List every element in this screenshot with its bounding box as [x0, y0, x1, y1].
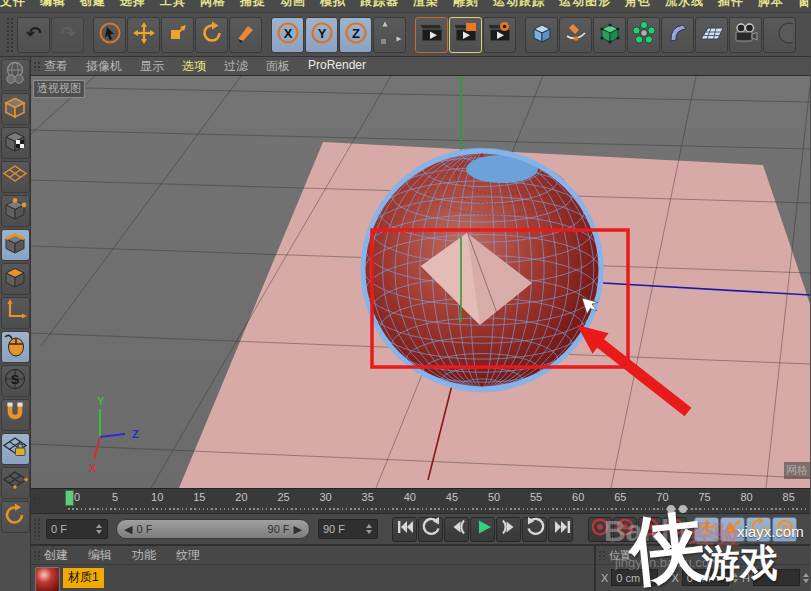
coordinate-stepper[interactable] [803, 573, 810, 583]
workplane-mode-button[interactable] [1, 161, 30, 193]
view-label[interactable]: 透视视图 [33, 80, 85, 98]
model-mode-button[interactable] [1, 93, 30, 125]
rotate-button[interactable] [195, 17, 228, 53]
points-mode-button[interactable] [1, 195, 30, 227]
coordinates-drag-handle[interactable] [598, 550, 607, 560]
transport-drag-handle[interactable] [33, 518, 42, 540]
coordinates-panel: 位置 X0 cmX0 cmH [594, 546, 810, 591]
coordinate-value-field[interactable] [753, 569, 800, 586]
play-button[interactable] [470, 517, 495, 542]
viewport-menu-1[interactable]: 查看 [44, 58, 68, 75]
coordinate-stepper[interactable] [732, 573, 739, 583]
camera-button[interactable] [729, 17, 762, 53]
key-scale-button[interactable] [720, 517, 745, 542]
key-extra-button[interactable] [772, 517, 797, 542]
partial-tool-button[interactable] [763, 17, 796, 53]
record-rotation-button[interactable] [638, 517, 662, 542]
viewport-menu-4[interactable]: 选项 [182, 58, 206, 75]
polygons-mode-button[interactable] [1, 263, 30, 295]
current-frame-field[interactable]: 0 F [46, 519, 108, 539]
end-frame-field[interactable]: 90 F [318, 519, 378, 539]
edges-mode-button[interactable] [1, 229, 30, 261]
prev-frame-button[interactable] [444, 517, 469, 542]
x-axis-lock-button[interactable]: X [271, 17, 304, 53]
viewport-menu-drag-handle[interactable] [33, 61, 42, 71]
primitive-cube-button[interactable] [525, 17, 558, 53]
end-frame-stepper[interactable] [364, 524, 373, 534]
material-menu-1[interactable]: 创建 [44, 547, 68, 564]
viewport-filter-button[interactable] [1, 331, 30, 363]
workplane-grid-button[interactable] [1, 467, 30, 499]
scale-button[interactable] [161, 17, 194, 53]
viewport-menu-7[interactable]: ProRender [308, 58, 366, 75]
toolbar-drag-handle[interactable] [6, 17, 15, 52]
move-button[interactable] [127, 17, 160, 53]
timeline-tick-label: 5 [112, 491, 118, 503]
viewport-menu-6[interactable]: 面板 [266, 58, 290, 75]
viewport-menu-5[interactable]: 过滤 [224, 58, 248, 75]
key-position-button[interactable] [694, 517, 719, 542]
material-menu-2[interactable]: 编辑 [88, 547, 112, 564]
z-axis-lock-button[interactable]: Z [339, 17, 372, 53]
timeline-drag-handle[interactable] [33, 493, 42, 509]
go-to-start-button[interactable] [392, 517, 417, 542]
live-selection-button[interactable] [93, 17, 126, 53]
range-left-arrow[interactable]: ◀ [124, 523, 132, 536]
toolbar-group [93, 17, 262, 53]
knife-button[interactable] [229, 17, 262, 53]
viewport-menu-2[interactable]: 摄像机 [86, 58, 122, 75]
go-to-start-icon [393, 515, 417, 543]
material-thumbnail[interactable] [35, 567, 60, 591]
timeline-tick-label: 30 [319, 491, 331, 503]
main-menubar-clipped[interactable]: 文件编辑创建选择工具网格捕捉动画模拟跟踪器渲染雕刻运动跟踪运动图形角色流水线插件… [0, 0, 811, 13]
frame-range-slider[interactable]: ◀ 0 F 90 F ▶ [116, 519, 310, 539]
record-position-button[interactable] [588, 517, 612, 542]
prev-key-button[interactable] [418, 517, 443, 542]
material-menu-4[interactable]: 纹理 [176, 547, 200, 564]
key-rotation-button[interactable] [746, 517, 771, 542]
viewport-canvas[interactable]: 透视视图 网格 [31, 76, 810, 488]
render-settings-button[interactable] [483, 17, 516, 53]
undo-button[interactable]: ↶ [17, 17, 50, 53]
render-picture-viewer-button[interactable] [449, 17, 482, 53]
timeline-tick-label: 15 [193, 491, 205, 503]
viewport-solo-button[interactable] [1, 59, 30, 91]
coordinate-system-button[interactable] [373, 17, 406, 53]
go-to-end-icon [549, 515, 573, 543]
viewport-menu-3[interactable]: 显示 [140, 58, 164, 75]
record-scale-button[interactable] [613, 517, 637, 542]
material-menu-3[interactable]: 功能 [132, 547, 156, 564]
spline-pen-button[interactable] [559, 17, 592, 53]
timeline-key-dot[interactable] [667, 505, 675, 513]
rotate-partial-button[interactable] [1, 501, 30, 533]
record-param-button[interactable] [663, 517, 687, 542]
timeline-ticks [68, 508, 806, 510]
texture-mode-button[interactable] [1, 127, 30, 159]
redo-button[interactable]: ↷ [51, 17, 84, 53]
timeline-current-frame-marker[interactable] [65, 490, 74, 506]
timeline-tick-label: 20 [235, 491, 247, 503]
material-name[interactable]: 材质1 [63, 568, 104, 588]
next-frame-button[interactable] [496, 517, 521, 542]
timeline-key-dot[interactable] [679, 505, 687, 513]
y-axis-lock-button[interactable]: Y [305, 17, 338, 53]
enable-axis-button[interactable] [1, 297, 30, 329]
next-key-button[interactable] [522, 517, 547, 542]
snap-button[interactable]: S [1, 365, 30, 397]
coordinate-stepper[interactable] [661, 573, 668, 583]
render-view-button[interactable] [415, 17, 448, 53]
coordinate-value-field[interactable]: 0 cm [611, 569, 658, 586]
mograph-array-button[interactable] [627, 17, 660, 53]
coordinate-value-field[interactable]: 0 cm [682, 569, 729, 586]
material-drag-handle[interactable] [33, 550, 42, 560]
range-right-arrow[interactable]: ▶ [294, 523, 302, 536]
subdivision-surface-button[interactable] [593, 17, 626, 53]
timeline-ruler[interactable]: 0510152025303540455055606570758085 [31, 488, 810, 513]
frame-stepper[interactable] [94, 524, 103, 534]
go-to-end-button[interactable] [548, 517, 573, 542]
record-scale-icon [614, 516, 636, 542]
bend-deformer-button[interactable] [661, 17, 694, 53]
floor-button[interactable] [695, 17, 728, 53]
workplane-lock-button[interactable] [1, 433, 30, 465]
magnet-button[interactable] [1, 399, 30, 431]
